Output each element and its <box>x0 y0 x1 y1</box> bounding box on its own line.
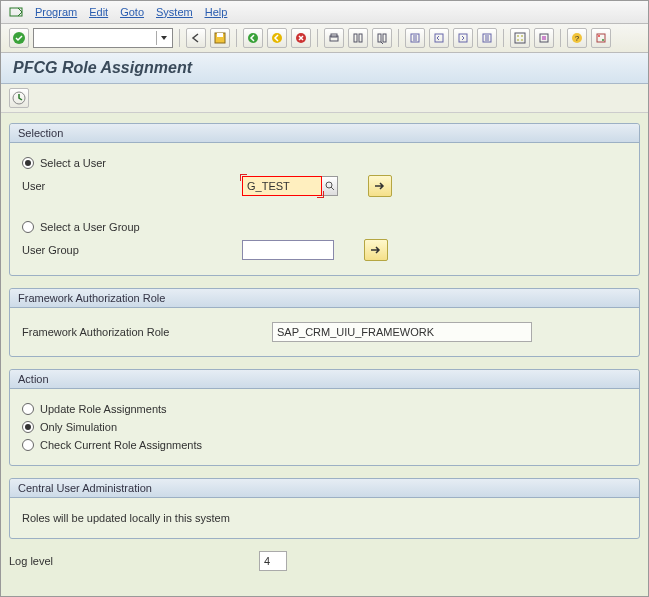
framework-group: Framework Authorization Role Framework A… <box>9 288 640 357</box>
user-multi-select-button[interactable] <box>368 175 392 197</box>
group-label: User Group <box>22 244 242 256</box>
window-menu-icon[interactable] <box>9 5 23 19</box>
content-area: Selection Select a User User G_TEST <box>1 113 648 596</box>
action-group: Action Update Role Assignments Only Simu… <box>9 369 640 466</box>
find-next-icon[interactable] <box>372 28 392 48</box>
command-field[interactable] <box>33 28 173 48</box>
next-page-icon[interactable] <box>453 28 473 48</box>
cancel-icon[interactable] <box>291 28 311 48</box>
first-page-icon[interactable] <box>405 28 425 48</box>
svg-rect-24 <box>602 39 604 41</box>
group-multi-select-button[interactable] <box>364 239 388 261</box>
selection-group: Selection Select a User User G_TEST <box>9 123 640 276</box>
cua-text: Roles will be updated locally in this sy… <box>22 512 230 524</box>
radio-select-group-label: Select a User Group <box>40 221 140 233</box>
svg-rect-14 <box>435 34 443 42</box>
exit-icon[interactable] <box>267 28 287 48</box>
radio-check[interactable] <box>22 439 34 451</box>
execute-icon[interactable] <box>9 88 29 108</box>
radio-select-user-label: Select a User <box>40 157 106 169</box>
help-icon[interactable]: ? <box>567 28 587 48</box>
svg-point-4 <box>248 33 258 43</box>
action-title: Action <box>10 370 639 389</box>
menubar: Program Edit Goto System Help <box>1 1 648 24</box>
dropdown-arrow-icon[interactable] <box>156 31 170 45</box>
back-green-icon[interactable] <box>243 28 263 48</box>
user-label: User <box>22 180 242 192</box>
menu-goto[interactable]: Goto <box>120 6 144 18</box>
app-toolbar <box>1 84 648 113</box>
svg-rect-11 <box>378 34 381 42</box>
framework-value: SAP_CRM_UIU_FRAMEWORK <box>272 322 532 342</box>
enter-button[interactable] <box>9 28 29 48</box>
radio-simulation-label: Only Simulation <box>40 421 117 433</box>
last-page-icon[interactable] <box>477 28 497 48</box>
cua-group: Central User Administration Roles will b… <box>9 478 640 539</box>
group-input[interactable] <box>242 240 334 260</box>
loglevel-label: Log level <box>9 555 259 567</box>
svg-rect-10 <box>359 34 362 42</box>
svg-point-5 <box>272 33 282 43</box>
svg-rect-17 <box>515 33 525 43</box>
sap-window: Program Edit Goto System Help <box>0 0 649 597</box>
loglevel-value[interactable]: 4 <box>259 551 287 571</box>
prev-page-icon[interactable] <box>429 28 449 48</box>
svg-rect-9 <box>354 34 357 42</box>
radio-simulation[interactable] <box>22 421 34 433</box>
customize-icon[interactable] <box>591 28 611 48</box>
radio-select-group[interactable] <box>22 221 34 233</box>
save-icon[interactable] <box>210 28 230 48</box>
system-toolbar: ? <box>1 24 648 53</box>
new-session-icon[interactable] <box>510 28 530 48</box>
framework-title: Framework Authorization Role <box>10 289 639 308</box>
user-input[interactable]: G_TEST <box>242 176 322 196</box>
shortcut-icon[interactable] <box>534 28 554 48</box>
svg-rect-15 <box>459 34 467 42</box>
radio-update[interactable] <box>22 403 34 415</box>
framework-label: Framework Authorization Role <box>22 326 272 338</box>
print-icon[interactable] <box>324 28 344 48</box>
radio-check-label: Check Current Role Assignments <box>40 439 202 451</box>
svg-rect-23 <box>598 35 600 37</box>
find-icon[interactable] <box>348 28 368 48</box>
menu-system[interactable]: System <box>156 6 193 18</box>
svg-rect-19 <box>542 36 546 40</box>
svg-text:?: ? <box>575 34 580 43</box>
radio-select-user[interactable] <box>22 157 34 169</box>
menu-program[interactable]: Program <box>35 6 77 18</box>
radio-select-user-row: Select a User <box>22 157 627 169</box>
page-title: PFCG Role Assignment <box>1 53 648 84</box>
cua-title: Central User Administration <box>10 479 639 498</box>
back-icon[interactable] <box>186 28 206 48</box>
svg-rect-0 <box>10 8 22 16</box>
svg-rect-12 <box>383 34 386 42</box>
radio-update-label: Update Role Assignments <box>40 403 167 415</box>
menu-edit[interactable]: Edit <box>89 6 108 18</box>
menu-help[interactable]: Help <box>205 6 228 18</box>
svg-rect-3 <box>217 33 223 37</box>
radio-select-group-row: Select a User Group <box>22 221 627 233</box>
selection-title: Selection <box>10 124 639 143</box>
user-f4-button[interactable] <box>322 176 338 196</box>
